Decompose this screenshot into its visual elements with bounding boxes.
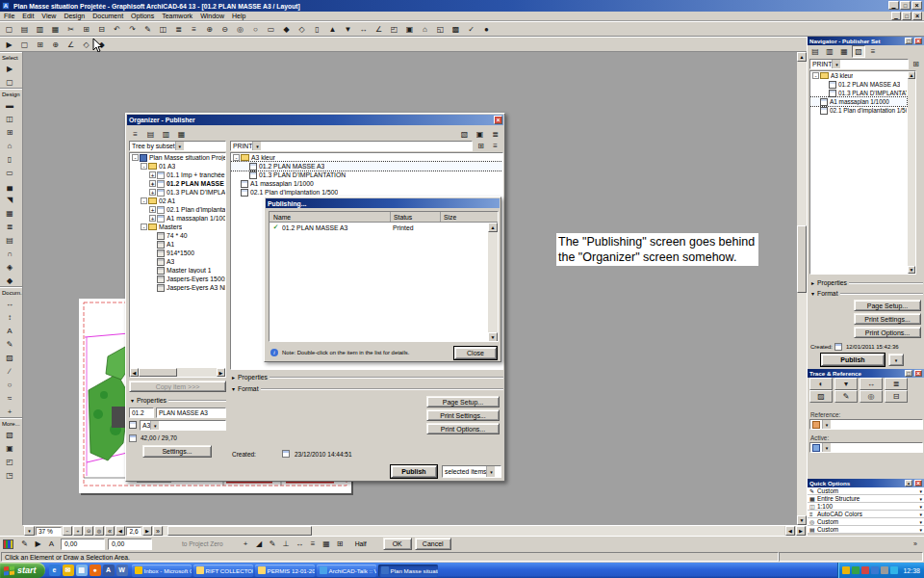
- send-back-icon[interactable]: ▼: [341, 23, 355, 36]
- tree-item[interactable]: - 01 A3: [130, 162, 225, 171]
- first-view-button[interactable]: [105, 526, 115, 536]
- menu-item[interactable]: Options: [127, 12, 158, 20]
- guide-lines-icon[interactable]: ∠: [64, 39, 78, 51]
- mesh-snap-icon[interactable]: ▦: [321, 538, 333, 550]
- grid-snap-icon[interactable]: ⊞: [33, 39, 47, 51]
- organizer-dialog[interactable]: Organizer - Publisher ≡▤▥▦ ▧▣≣ Tree by s…: [125, 113, 505, 482]
- label-tool-icon[interactable]: ✎: [0, 337, 19, 351]
- redo-icon[interactable]: ↷: [125, 23, 140, 36]
- pen-sets-icon[interactable]: ✎: [18, 538, 31, 550]
- tree-item[interactable]: 02.1 Plan d'implantation 1/500: [810, 106, 907, 115]
- tree-item[interactable]: Jaspers-Eyers A3 NL H...: [130, 283, 225, 292]
- scroll-down-button[interactable]: [797, 515, 807, 525]
- task-plan-masse[interactable]: Plan Masse situation ...: [378, 565, 438, 577]
- menu-item[interactable]: Document: [89, 12, 127, 20]
- scroll-right-button[interactable]: [217, 368, 225, 377]
- horizontal-scroll-thumb[interactable]: [167, 526, 312, 536]
- pan-icon[interactable]: ⊙: [84, 526, 93, 536]
- horizontal-scroll-thumb[interactable]: [139, 368, 177, 377]
- record-icon[interactable]: ●: [479, 23, 494, 36]
- zoom-menu-button[interactable]: ▾: [24, 526, 35, 536]
- trace-fill-icon[interactable]: ▨: [809, 390, 833, 403]
- ie-quicklaunch-icon[interactable]: e: [49, 565, 61, 576]
- navigator-properties-header[interactable]: Properties: [809, 277, 923, 287]
- stair-tool-icon[interactable]: ≣: [0, 220, 19, 233]
- outlook-quicklaunch-icon[interactable]: ✉: [63, 565, 74, 576]
- settings-button[interactable]: Settings...: [142, 445, 212, 458]
- navigator-set-select[interactable]: PRINT: [809, 59, 909, 69]
- element-icon[interactable]: ◆: [279, 23, 294, 36]
- trace-options-icon[interactable]: [905, 370, 912, 377]
- section-marker-tool-icon[interactable]: ◰: [0, 455, 19, 468]
- offset-icon[interactable]: ↔: [294, 538, 306, 550]
- quick-options-close-icon[interactable]: [914, 480, 922, 486]
- mdi-close-button[interactable]: [912, 12, 922, 20]
- spline-tool-icon[interactable]: ≈: [0, 391, 19, 405]
- tree-item[interactable]: + 01.3 PLAN D'IMPLANTATION: [130, 188, 225, 197]
- organizer-titlebar[interactable]: Organizer - Publisher: [127, 115, 503, 125]
- zoom-out-icon[interactable]: ⊖: [218, 23, 232, 36]
- tree-expander[interactable]: +: [149, 180, 156, 187]
- navigator-tree-scrollbar[interactable]: [908, 71, 915, 274]
- tree-item[interactable]: A3: [130, 257, 225, 266]
- navigator-view-map-icon[interactable]: ▥: [823, 45, 836, 58]
- print-settings-button[interactable]: Print Settings...: [426, 409, 500, 421]
- tree-item[interactable]: A1 massaplan 1/1000: [810, 97, 907, 106]
- layers-icon[interactable]: ≣: [171, 23, 186, 36]
- organizer-chooser-icon[interactable]: ≡: [128, 128, 142, 141]
- column-header-name[interactable]: Name: [270, 212, 391, 222]
- print-options-button[interactable]: Print Options...: [426, 423, 500, 434]
- reference-select[interactable]: [809, 419, 923, 430]
- y-coordinate-field[interactable]: 0,00: [108, 539, 152, 550]
- task-permis[interactable]: PERMIS 12-01-2011: [255, 565, 315, 577]
- organizer-publisher-icon[interactable]: ▧: [457, 128, 472, 141]
- publisher-set-menu-icon[interactable]: ≡: [489, 141, 501, 151]
- open-icon[interactable]: ▤: [17, 23, 32, 36]
- slab-tool-icon[interactable]: ▄: [0, 179, 19, 193]
- camera-icon[interactable]: ▣: [402, 23, 417, 36]
- publishing-titlebar[interactable]: Publishing...: [266, 198, 500, 208]
- tree-item[interactable]: 01.3 PLAN D'IMPLANTATION: [231, 171, 502, 179]
- organizer-tree-mode-select[interactable]: Tree by subset: [129, 141, 226, 151]
- publisher-set-add-icon[interactable]: ⊞: [475, 141, 487, 151]
- angle-icon[interactable]: ∠: [372, 23, 386, 36]
- word-quicklaunch-icon[interactable]: W: [116, 565, 128, 576]
- organizer-properties-header[interactable]: Properties: [230, 372, 503, 381]
- arc-tool-icon[interactable]: ○: [0, 378, 19, 391]
- publishing-list-scrollbar[interactable]: [488, 223, 498, 342]
- tree-expander[interactable]: -: [132, 154, 139, 161]
- organizer-left-tree-scrollbar[interactable]: [130, 368, 225, 377]
- task-archicad-talk[interactable]: ArchiCAD-Talk :: View...: [317, 565, 376, 577]
- horizontal-scrollbar[interactable]: [164, 526, 784, 536]
- tray-icon-6[interactable]: [890, 566, 898, 574]
- text-style-icon[interactable]: A: [45, 538, 58, 550]
- print-settings-button[interactable]: Print Settings...: [854, 313, 921, 325]
- menu-item[interactable]: Edit: [18, 12, 38, 20]
- trace-settings-icon[interactable]: ≣: [885, 378, 908, 390]
- level-dimension-tool-icon[interactable]: ↕: [0, 310, 19, 324]
- show-desktop-icon[interactable]: ▤: [76, 565, 88, 576]
- task-rift-collectors[interactable]: RIFT COLLECTORS E...: [193, 565, 253, 577]
- trace-pen-icon[interactable]: ✎: [834, 390, 858, 403]
- navigator-layout-book-icon[interactable]: ▦: [837, 45, 851, 58]
- next-view-button[interactable]: [142, 526, 152, 536]
- tree-item[interactable]: Master layout 1: [130, 266, 225, 275]
- hotspot-tool-icon[interactable]: +: [0, 405, 19, 418]
- tree-expander[interactable]: -: [141, 163, 147, 170]
- window-tool-icon[interactable]: ⊞: [0, 125, 19, 139]
- tree-item[interactable]: + 01.2 PLAN MASSE A3: [130, 179, 225, 188]
- scroll-left-button[interactable]: [130, 368, 139, 377]
- organizer-project-map-icon[interactable]: ▤: [143, 128, 158, 141]
- drawing-tool-icon[interactable]: ▣: [0, 441, 19, 455]
- arrow-mode-icon[interactable]: ▶: [2, 39, 16, 51]
- magic-wand-icon[interactable]: ✎: [267, 538, 279, 550]
- maximize-button[interactable]: [900, 1, 911, 10]
- dimension-tool-icon[interactable]: ↔: [0, 297, 19, 310]
- section-icon[interactable]: ◰: [387, 23, 401, 36]
- pen-icon[interactable]: ✎: [141, 23, 155, 36]
- tree-item[interactable]: + 01.1 Imp + tranchée t...: [130, 171, 225, 179]
- skylight-tool-icon[interactable]: ◈: [0, 260, 19, 274]
- publishing-dialog[interactable]: Publishing... Name Status Size ✓ 01.2 PL…: [264, 197, 501, 362]
- tree-item[interactable]: - 02 A1: [130, 197, 225, 205]
- tray-icon-1[interactable]: [842, 566, 850, 574]
